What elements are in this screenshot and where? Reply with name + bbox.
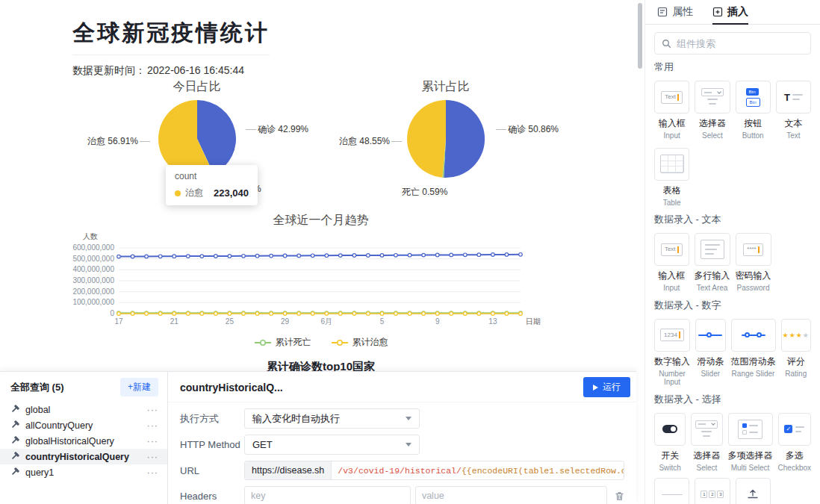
more-icon[interactable]: ··· bbox=[147, 452, 159, 462]
http-method-select[interactable]: GET bbox=[244, 435, 420, 455]
query-list-item[interactable]: countryHistoricalQuery··· bbox=[0, 449, 167, 464]
component-item-input[interactable]: Text输入框Input bbox=[654, 233, 689, 293]
component-item-divider[interactable] bbox=[654, 478, 689, 504]
more-icon[interactable]: ··· bbox=[147, 436, 159, 447]
chart-title: 全球近一个月趋势 bbox=[72, 211, 569, 228]
legend-item[interactable]: 累计死亡 bbox=[254, 336, 311, 349]
x-axis-name: 日期 bbox=[526, 317, 541, 326]
component-item-input[interactable]: Text输入框Input bbox=[654, 81, 689, 140]
component-item-table[interactable]: 表格Table bbox=[654, 148, 689, 208]
component-label-zh: 多选 bbox=[786, 449, 804, 462]
component-item-password[interactable]: ****密码输入Password bbox=[736, 233, 771, 293]
legend-marker-icon bbox=[331, 339, 349, 346]
svg-text:6月: 6月 bbox=[320, 317, 332, 326]
right-sidebar: 属性 插入 常用Text输入框Input选择器SelectBtnBtn按钮But… bbox=[644, 0, 820, 504]
query-list-item[interactable]: global··· bbox=[0, 402, 167, 417]
scrollbar-thumb[interactable] bbox=[638, 3, 642, 69]
header-value-input[interactable] bbox=[415, 486, 607, 504]
select-preview-icon bbox=[695, 81, 730, 113]
component-label-en: Select bbox=[702, 131, 723, 140]
component-search[interactable] bbox=[654, 32, 811, 55]
more-icon[interactable]: ··· bbox=[147, 467, 159, 478]
app-window: 全球新冠疫情统计 数据更新时间：2022-06-16 16:45:44 今日占比… bbox=[0, 0, 820, 504]
search-input[interactable] bbox=[677, 38, 808, 49]
component-item-checkbox[interactable]: ✓多选Checkbox bbox=[778, 413, 811, 473]
http-method-label: HTTP Method bbox=[180, 439, 244, 450]
textarea-preview-icon bbox=[695, 233, 730, 266]
query-icon bbox=[10, 467, 20, 477]
component-item-upload[interactable] bbox=[736, 478, 771, 504]
insert-icon bbox=[712, 7, 723, 17]
chart-legend: 累计死亡累计治愈 bbox=[72, 336, 569, 349]
delete-icon[interactable] bbox=[615, 491, 624, 501]
component-item-select[interactable]: 选择器Select bbox=[691, 413, 722, 473]
svg-text:5: 5 bbox=[380, 317, 385, 326]
update-time-value: 2022-06-16 16:45:44 bbox=[147, 64, 244, 76]
y-axis-name: 人数 bbox=[83, 232, 98, 240]
component-label-en: Button bbox=[742, 131, 764, 140]
input-preview-icon: Text bbox=[654, 233, 689, 266]
tab-insert[interactable]: 插入 bbox=[712, 0, 748, 24]
run-button[interactable]: 运行 bbox=[583, 377, 630, 397]
pie-label-confirmed: 确诊 50.86% bbox=[508, 123, 559, 136]
vertical-scrollbar[interactable] bbox=[636, 0, 644, 504]
slider-preview-icon bbox=[695, 319, 726, 352]
component-label-en: Slider bbox=[701, 370, 720, 379]
table-preview-icon bbox=[654, 148, 689, 181]
svg-text:21: 21 bbox=[170, 317, 179, 326]
component-label-zh: 按钮 bbox=[744, 117, 762, 130]
component-item-number-input[interactable]: 1234数字输入Number Input bbox=[654, 319, 690, 387]
new-query-button[interactable]: +新建 bbox=[120, 378, 158, 396]
query-list-item[interactable]: query1··· bbox=[0, 464, 167, 480]
query-icon bbox=[10, 420, 20, 430]
trend-line-chart: 全球近一个月趋势 人数 日期 0100,000,000200,000,00030… bbox=[72, 211, 569, 354]
component-section-title: 常用 bbox=[654, 60, 811, 74]
component-item-switch[interactable]: 开关Switch bbox=[654, 413, 686, 473]
headers-label: Headers bbox=[180, 491, 244, 502]
query-name: allCountryQuery bbox=[25, 420, 147, 431]
exec-mode-select[interactable]: 输入变化时自动执行 bbox=[244, 408, 420, 429]
more-icon[interactable]: ··· bbox=[147, 405, 159, 415]
select-preview-icon bbox=[691, 413, 722, 446]
tab-properties[interactable]: 属性 bbox=[657, 0, 693, 24]
component-sections: 常用Text输入框Input选择器SelectBtnBtn按钮ButtonT文本… bbox=[645, 60, 820, 504]
url-input[interactable]: /v3/covid-19/historical/{{encodeURI(tabl… bbox=[332, 461, 624, 479]
dashboard-canvas[interactable]: 全球新冠疫情统计 数据更新时间：2022-06-16 16:45:44 今日占比… bbox=[0, 0, 636, 371]
chevron-down-icon bbox=[406, 417, 411, 420]
header-key-input[interactable] bbox=[244, 486, 411, 504]
exec-mode-label: 执行方式 bbox=[180, 412, 244, 426]
svg-text:13: 13 bbox=[488, 317, 497, 326]
component-item-select[interactable]: 选择器Select bbox=[695, 81, 730, 140]
search-icon bbox=[662, 39, 671, 49]
component-item-button[interactable]: BtnBtn按钮Button bbox=[736, 81, 771, 140]
component-section-title: 数据录入 - 选择 bbox=[654, 393, 811, 406]
pie-slice[interactable] bbox=[444, 100, 485, 178]
component-item-text-area[interactable]: 多行输入Text Area bbox=[695, 233, 730, 293]
component-label-en: Range Slider bbox=[732, 370, 775, 379]
component-item-segmented[interactable]: 123 bbox=[695, 478, 730, 504]
component-section-title: 数据录入 - 文本 bbox=[654, 213, 811, 226]
query-list-panel: 全部查询 (5) +新建 global···allCountryQuery···… bbox=[0, 372, 168, 504]
pie-svg[interactable] bbox=[405, 98, 487, 180]
component-item-text[interactable]: T文本Text bbox=[776, 81, 811, 140]
line-chart-svg[interactable]: 人数 日期 0100,000,000200,000,000300,000,000… bbox=[72, 230, 569, 336]
more-icon[interactable]: ··· bbox=[147, 420, 159, 431]
pie-slice[interactable] bbox=[407, 100, 446, 178]
component-item-range-slider[interactable]: 范围滑动条Range Slider bbox=[731, 319, 776, 387]
query-title: countryHistoricalQ... bbox=[180, 382, 283, 393]
component-label-en: Text Area bbox=[697, 284, 728, 293]
query-list-item[interactable]: globalHistoricalQuery··· bbox=[0, 433, 167, 449]
pie-label-death: 死亡 0.59% bbox=[402, 186, 447, 199]
svg-text:25: 25 bbox=[226, 317, 234, 326]
component-item-rating[interactable]: ★★★★评分Rating bbox=[781, 319, 812, 387]
query-list-item[interactable]: allCountryQuery··· bbox=[0, 417, 167, 433]
query-list: global···allCountryQuery···globalHistori… bbox=[0, 402, 167, 480]
tooltip-value: 223,040 bbox=[214, 187, 249, 199]
legend-item[interactable]: 累计治愈 bbox=[331, 336, 388, 349]
component-label-en: Input bbox=[664, 131, 680, 140]
query-icon bbox=[10, 452, 20, 461]
component-item-multi-select[interactable]: 多项选择器Multi Select bbox=[728, 413, 773, 473]
component-item-slider[interactable]: 滑动条Slider bbox=[695, 319, 726, 387]
component-label-zh: 多行输入 bbox=[695, 270, 730, 282]
tooltip-series: 治愈 bbox=[185, 187, 203, 199]
